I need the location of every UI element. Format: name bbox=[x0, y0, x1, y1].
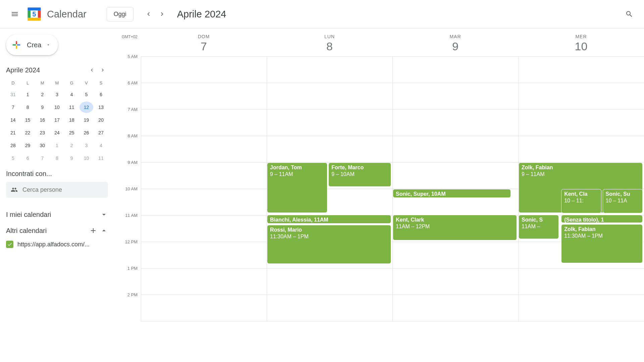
mini-day-cell[interactable]: 5 bbox=[6, 153, 20, 164]
chevron-right-icon bbox=[158, 10, 166, 18]
event-title: Sonic, S bbox=[522, 217, 556, 223]
event-title: Zolk, Fabian bbox=[522, 164, 640, 171]
mini-day-cell[interactable]: 24 bbox=[50, 127, 64, 138]
day-column[interactable]: Zolk, Fabian9 – 11AMSonic, S11AM –Kent, … bbox=[518, 57, 644, 321]
mini-day-cell[interactable]: 5 bbox=[79, 89, 94, 100]
app-header: 5 Calendar Oggi Aprile 2024 bbox=[0, 0, 644, 28]
mini-day-cell[interactable]: 2 bbox=[65, 140, 79, 151]
calendar-event[interactable]: Forte, Marco9 – 10AM bbox=[328, 163, 391, 187]
mini-day-cell[interactable]: 19 bbox=[79, 114, 94, 126]
event-title: Kent, Clark bbox=[396, 217, 514, 223]
mini-day-cell[interactable]: 22 bbox=[21, 127, 35, 138]
mini-day-cell[interactable]: 2 bbox=[35, 89, 49, 100]
calendar-event[interactable]: (Senza titolo), 1 bbox=[561, 215, 643, 223]
my-calendars-toggle[interactable]: I miei calendari bbox=[6, 206, 108, 223]
chevron-down-icon bbox=[100, 210, 108, 219]
day-header[interactable]: MER10 bbox=[518, 28, 644, 56]
mini-day-cell[interactable]: 4 bbox=[65, 89, 79, 100]
search-button[interactable] bbox=[621, 6, 637, 22]
mini-day-cell[interactable]: 15 bbox=[21, 114, 35, 126]
dow-label: MER bbox=[518, 34, 644, 39]
event-time: 11:30AM – 1PM bbox=[564, 233, 640, 239]
mini-day-cell[interactable]: 18 bbox=[65, 114, 79, 126]
calendar-event[interactable]: Jordan, Tom9 – 11AM bbox=[267, 163, 327, 213]
calendar-event[interactable]: Bianchi, Alessia, 11AM bbox=[267, 215, 391, 224]
people-search-input[interactable] bbox=[22, 186, 103, 193]
mini-day-cell[interactable]: 29 bbox=[21, 140, 35, 151]
calendar-event[interactable]: Sonic, Su10 – 11A bbox=[603, 189, 643, 213]
calendar-event[interactable]: Sonic, S11AM – bbox=[519, 215, 559, 239]
mini-day-cell[interactable]: 28 bbox=[6, 140, 20, 151]
mini-day-cell[interactable]: 26 bbox=[79, 127, 94, 138]
calendar-event[interactable]: Sonic, Super, 10AM bbox=[393, 189, 511, 198]
mini-day-cell[interactable]: 8 bbox=[50, 153, 64, 164]
main-menu-button[interactable] bbox=[7, 6, 23, 22]
mini-day-cell[interactable]: 25 bbox=[65, 127, 79, 138]
next-period-button[interactable] bbox=[155, 7, 169, 21]
mini-dow-label: D bbox=[6, 79, 20, 87]
calendar-event[interactable]: Zolk, Fabian11:30AM – 1PM bbox=[561, 224, 643, 263]
create-button[interactable]: Crea bbox=[6, 35, 58, 55]
mini-day-cell[interactable]: 3 bbox=[50, 89, 64, 100]
day-number: 10 bbox=[518, 40, 644, 53]
day-column[interactable]: Jordan, Tom9 – 11AMForte, Marco9 – 10AMB… bbox=[267, 57, 392, 321]
event-time: 11AM – bbox=[522, 223, 556, 230]
mini-day-cell[interactable]: 20 bbox=[94, 114, 108, 126]
event-time: 11:30AM – 1PM bbox=[270, 233, 388, 240]
day-number: 9 bbox=[392, 40, 518, 53]
hour-label: 9 AM bbox=[127, 160, 138, 165]
mini-day-cell[interactable]: 6 bbox=[21, 153, 35, 164]
mini-day-cell[interactable]: 11 bbox=[94, 153, 108, 164]
calendar-event[interactable]: Kent, Clark11AM – 12PM bbox=[393, 215, 517, 240]
chevron-left-icon bbox=[145, 10, 152, 18]
mini-day-cell[interactable]: 14 bbox=[6, 114, 20, 126]
mini-day-cell[interactable]: 30 bbox=[35, 140, 49, 151]
dow-label: DOM bbox=[141, 34, 267, 39]
mini-day-cell[interactable]: 31 bbox=[6, 89, 20, 100]
event-title: Rossi, Mario bbox=[270, 227, 388, 233]
mini-day-cell[interactable]: 12 bbox=[79, 102, 94, 113]
mini-day-cell[interactable]: 8 bbox=[21, 102, 35, 113]
mini-day-cell[interactable]: 9 bbox=[35, 102, 49, 113]
hour-label: 1 PM bbox=[127, 266, 138, 271]
calendar-event[interactable]: Kent, Cla10 – 11: bbox=[561, 189, 601, 213]
event-title: Sonic, Super, 10AM bbox=[396, 191, 508, 197]
mini-day-cell[interactable]: 1 bbox=[21, 89, 35, 100]
mini-day-cell[interactable]: 11 bbox=[65, 102, 79, 113]
mini-day-cell[interactable]: 9 bbox=[65, 153, 79, 164]
mini-day-cell[interactable]: 3 bbox=[79, 140, 94, 151]
mini-day-cell[interactable]: 6 bbox=[94, 89, 108, 100]
mini-day-cell[interactable]: 10 bbox=[50, 102, 64, 113]
mini-day-cell[interactable]: 7 bbox=[6, 102, 20, 113]
event-title: Bianchi, Alessia, 11AM bbox=[270, 217, 388, 223]
mini-prev-button[interactable] bbox=[87, 65, 97, 75]
timezone-label: GMT+02 bbox=[114, 35, 141, 39]
prev-period-button[interactable] bbox=[142, 7, 155, 21]
mini-day-cell[interactable]: 4 bbox=[94, 140, 108, 151]
mini-day-cell[interactable]: 13 bbox=[94, 102, 108, 113]
today-button[interactable]: Oggi bbox=[107, 7, 133, 21]
calendar-event[interactable]: Rossi, Mario11:30AM – 1PM bbox=[267, 225, 391, 264]
mini-day-cell[interactable]: 10 bbox=[79, 153, 94, 164]
calendar-list-item[interactable]: https://app.alfadocs.com/... bbox=[6, 239, 108, 250]
mini-day-cell[interactable]: 1 bbox=[50, 140, 64, 151]
event-time: 10 – 11A bbox=[606, 197, 640, 204]
event-time: 9 – 11AM bbox=[522, 171, 640, 178]
day-header[interactable]: DOM7 bbox=[141, 28, 267, 56]
calendar-checkbox[interactable] bbox=[6, 241, 13, 248]
day-header[interactable]: LUN8 bbox=[267, 28, 392, 56]
mini-day-cell[interactable]: 27 bbox=[94, 127, 108, 138]
mini-day-cell[interactable]: 7 bbox=[35, 153, 49, 164]
day-column[interactable]: Sonic, Super, 10AMKent, Clark11AM – 12PM bbox=[392, 57, 518, 321]
other-calendars-toggle[interactable]: Altri calendari bbox=[6, 223, 108, 239]
add-calendar-icon[interactable] bbox=[89, 227, 97, 235]
mini-day-cell[interactable]: 21 bbox=[6, 127, 20, 138]
mini-day-cell[interactable]: 23 bbox=[35, 127, 49, 138]
mini-next-button[interactable] bbox=[97, 65, 108, 75]
mini-day-cell[interactable]: 16 bbox=[35, 114, 49, 126]
hour-label: 2 PM bbox=[127, 292, 138, 297]
people-search[interactable] bbox=[6, 182, 108, 198]
day-column[interactable] bbox=[141, 57, 267, 321]
mini-day-cell[interactable]: 17 bbox=[50, 114, 64, 126]
day-header[interactable]: MAR9 bbox=[392, 28, 518, 56]
